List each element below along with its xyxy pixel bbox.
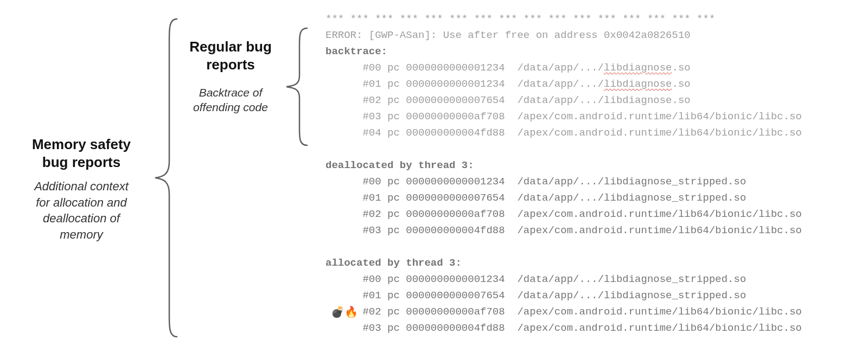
inner-title-line1: Regular bug [189, 38, 272, 55]
outer-desc-line1: Additional context [34, 179, 129, 193]
diagram-stage: Memory safety bug reports Additional con… [0, 0, 868, 353]
dealloc-frame-0: #00 pc 0000000000001234 /data/app/.../li… [326, 176, 746, 188]
outer-title-line1: Memory safety [32, 136, 131, 152]
bt-frame-4: #04 pc 000000000004fd88 /apex/com.androi… [326, 127, 802, 139]
alloc-frame-1: #01 pc 0000000000007654 /data/app/.../li… [326, 290, 746, 301]
backtrace-header: backtrace: [326, 46, 387, 57]
inner-desc-line2: offending code [193, 101, 268, 113]
alloc-frame-2: #02 pc 00000000000af708 /apex/com.androi… [326, 306, 802, 318]
brace-inner-icon [284, 27, 308, 146]
alloc-frame-0: #00 pc 0000000000001234 /data/app/.../li… [326, 273, 746, 285]
outer-desc-line4: memory [60, 228, 103, 241]
outer-desc-line3: deallocation of [43, 211, 120, 225]
outer-desc-line2: for allocation and [36, 196, 127, 209]
outer-title-line2: bug reports [42, 154, 120, 170]
dealloc-header: deallocated by thread 3: [326, 159, 474, 171]
dealloc-frame-3: #03 pc 000000000004fd88 /apex/com.androi… [326, 224, 802, 236]
regular-bug-annotation: Regular bug reports Backtrace of offendi… [179, 38, 282, 115]
stars-line: *** *** *** *** *** *** *** *** *** *** … [326, 13, 715, 25]
bt-frame-1: #01 pc 0000000000001234 /data/app/.../li… [326, 78, 691, 90]
inner-title-line2: reports [206, 56, 255, 73]
alloc-frame-3: #03 pc 000000000004fd88 /apex/com.androi… [326, 322, 802, 334]
error-line: ERROR: [GWP-ASan]: Use after free on add… [326, 29, 691, 41]
dealloc-frame-2: #02 pc 00000000000af708 /apex/com.androi… [326, 208, 802, 220]
brace-outer-icon [153, 18, 178, 338]
bt-frame-3: #03 pc 00000000000af708 /apex/com.androi… [326, 111, 802, 123]
dealloc-frame-1: #01 pc 0000000000007654 /data/app/.../li… [326, 192, 746, 204]
memory-safety-annotation: Memory safety bug reports Additional con… [11, 136, 152, 243]
inner-desc-line1: Backtrace of [199, 86, 263, 99]
alloc-header: allocated by thread 3: [326, 257, 462, 269]
bt-frame-0: #00 pc 0000000000001234 /data/app/.../li… [326, 62, 691, 74]
crash-report-code: *** *** *** *** *** *** *** *** *** *** … [326, 11, 868, 336]
bt-frame-2: #02 pc 0000000000007654 /data/app/.../li… [326, 94, 691, 106]
